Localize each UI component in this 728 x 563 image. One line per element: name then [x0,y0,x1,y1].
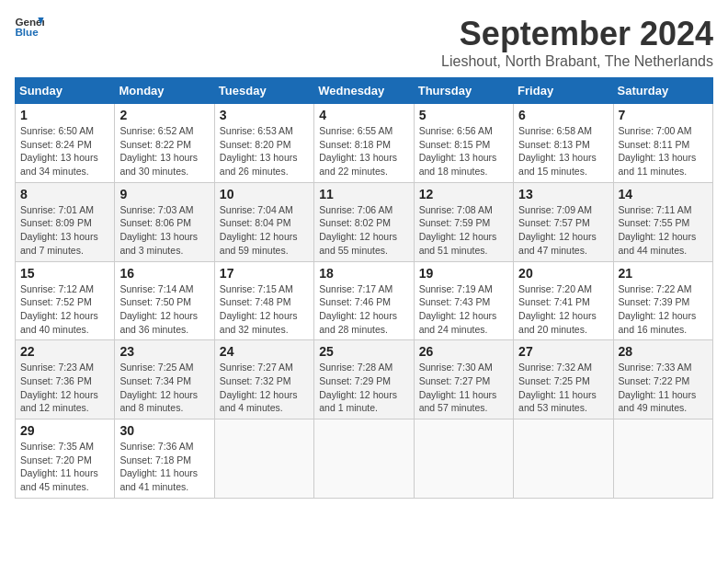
month-title: September 2024 [441,15,713,53]
day-info: Sunrise: 7:14 AMSunset: 7:50 PMDaylight:… [119,282,209,337]
day-info: Sunrise: 6:50 AMSunset: 8:24 PMDaylight:… [20,124,109,178]
calendar-cell: 27Sunrise: 7:32 AMSunset: 7:25 PMDayligh… [514,340,613,419]
day-info: Sunrise: 7:30 AMSunset: 7:27 PMDaylight:… [419,361,508,415]
day-info: Sunrise: 7:03 AMSunset: 8:06 PMDaylight:… [119,203,209,258]
weekday-header-saturday: Saturday [613,78,712,104]
day-number: 22 [20,344,109,359]
calendar-header: SundayMondayTuesdayWednesdayThursdayFrid… [16,78,713,104]
calendar-week-4: 22Sunrise: 7:23 AMSunset: 7:36 PMDayligh… [16,340,713,419]
weekday-header-sunday: Sunday [16,78,115,104]
logo: General Blue [15,15,44,40]
day-number: 4 [319,108,408,122]
day-number: 6 [518,108,608,122]
title-section: September 2024 Lieshout, North Brabant, … [441,15,713,70]
calendar-cell: 3Sunrise: 6:53 AMSunset: 8:20 PMDaylight… [214,104,313,183]
day-info: Sunrise: 6:53 AMSunset: 8:20 PMDaylight:… [220,124,309,178]
calendar-table: SundayMondayTuesdayWednesdayThursdayFrid… [15,77,713,499]
day-info: Sunrise: 7:32 AMSunset: 7:25 PMDaylight:… [518,361,608,415]
calendar-cell: 16Sunrise: 7:14 AMSunset: 7:50 PMDayligh… [115,261,214,340]
calendar-cell: 22Sunrise: 7:23 AMSunset: 7:36 PMDayligh… [16,340,115,419]
calendar-cell: 7Sunrise: 7:00 AMSunset: 8:11 PMDaylight… [613,104,712,183]
day-number: 16 [119,266,209,281]
day-info: Sunrise: 7:19 AMSunset: 7:43 PMDaylight:… [419,282,508,337]
day-info: Sunrise: 7:23 AMSunset: 7:36 PMDaylight:… [20,361,109,415]
calendar-cell: 30Sunrise: 7:36 AMSunset: 7:18 PMDayligh… [115,419,214,499]
calendar-cell: 8Sunrise: 7:01 AMSunset: 8:09 PMDaylight… [16,182,115,261]
day-number: 9 [119,187,209,201]
calendar-body: 1Sunrise: 6:50 AMSunset: 8:24 PMDaylight… [16,104,713,499]
day-number: 13 [518,187,608,201]
calendar-cell: 23Sunrise: 7:25 AMSunset: 7:34 PMDayligh… [115,340,214,419]
day-info: Sunrise: 7:28 AMSunset: 7:29 PMDaylight:… [319,361,408,415]
calendar-cell: 28Sunrise: 7:33 AMSunset: 7:22 PMDayligh… [613,340,712,419]
day-number: 14 [619,187,708,201]
calendar-cell: 20Sunrise: 7:20 AMSunset: 7:41 PMDayligh… [514,261,613,340]
day-info: Sunrise: 6:56 AMSunset: 8:15 PMDaylight:… [419,124,508,178]
weekday-header-wednesday: Wednesday [314,78,414,104]
calendar-cell: 2Sunrise: 6:52 AMSunset: 8:22 PMDaylight… [115,104,214,183]
day-info: Sunrise: 6:58 AMSunset: 8:13 PMDaylight:… [518,124,608,178]
calendar-cell [613,419,712,499]
calendar-cell [314,419,414,499]
day-number: 30 [119,423,209,438]
day-info: Sunrise: 7:01 AMSunset: 8:09 PMDaylight:… [20,203,109,258]
calendar-cell: 6Sunrise: 6:58 AMSunset: 8:13 PMDaylight… [514,104,613,183]
day-info: Sunrise: 7:12 AMSunset: 7:52 PMDaylight:… [20,282,109,337]
day-info: Sunrise: 7:20 AMSunset: 7:41 PMDaylight:… [518,282,608,337]
weekday-header-tuesday: Tuesday [214,78,313,104]
day-number: 24 [220,344,309,359]
day-number: 29 [20,423,109,438]
calendar-cell: 29Sunrise: 7:35 AMSunset: 7:20 PMDayligh… [16,419,115,499]
calendar-week-3: 15Sunrise: 7:12 AMSunset: 7:52 PMDayligh… [16,261,713,340]
day-info: Sunrise: 7:06 AMSunset: 8:02 PMDaylight:… [319,203,408,258]
logo-icon: General Blue [15,15,44,40]
day-info: Sunrise: 7:22 AMSunset: 7:39 PMDaylight:… [619,282,708,337]
svg-text:Blue: Blue [15,26,39,38]
day-info: Sunrise: 7:27 AMSunset: 7:32 PMDaylight:… [220,361,309,415]
weekday-header-thursday: Thursday [414,78,513,104]
day-number: 5 [419,108,508,122]
weekday-header-friday: Friday [514,78,613,104]
calendar-cell [214,419,313,499]
day-info: Sunrise: 7:08 AMSunset: 7:59 PMDaylight:… [419,203,508,258]
day-info: Sunrise: 7:09 AMSunset: 7:57 PMDaylight:… [518,203,608,258]
day-number: 8 [20,187,109,201]
location-title: Lieshout, North Brabant, The Netherlands [441,53,713,70]
header: General Blue September 2024 Lieshout, No… [15,15,713,70]
day-number: 19 [419,266,508,281]
day-number: 28 [619,344,708,359]
calendar-cell [514,419,613,499]
day-info: Sunrise: 7:00 AMSunset: 8:11 PMDaylight:… [619,124,708,178]
day-number: 17 [220,266,309,281]
day-number: 15 [20,266,109,281]
day-info: Sunrise: 7:36 AMSunset: 7:18 PMDaylight:… [119,440,209,494]
day-number: 3 [220,108,309,122]
day-info: Sunrise: 7:25 AMSunset: 7:34 PMDaylight:… [119,361,209,415]
day-number: 25 [319,344,408,359]
weekday-header-monday: Monday [115,78,214,104]
calendar-cell: 9Sunrise: 7:03 AMSunset: 8:06 PMDaylight… [115,182,214,261]
day-number: 23 [119,344,209,359]
day-info: Sunrise: 6:55 AMSunset: 8:18 PMDaylight:… [319,124,408,178]
day-info: Sunrise: 7:17 AMSunset: 7:46 PMDaylight:… [319,282,408,337]
day-number: 10 [220,187,309,201]
calendar-cell: 10Sunrise: 7:04 AMSunset: 8:04 PMDayligh… [214,182,313,261]
day-number: 27 [518,344,608,359]
day-info: Sunrise: 7:15 AMSunset: 7:48 PMDaylight:… [220,282,309,337]
calendar-week-2: 8Sunrise: 7:01 AMSunset: 8:09 PMDaylight… [16,182,713,261]
calendar-cell: 15Sunrise: 7:12 AMSunset: 7:52 PMDayligh… [16,261,115,340]
day-number: 20 [518,266,608,281]
day-number: 26 [419,344,508,359]
day-number: 2 [119,108,209,122]
calendar-cell: 17Sunrise: 7:15 AMSunset: 7:48 PMDayligh… [214,261,313,340]
calendar-cell: 5Sunrise: 6:56 AMSunset: 8:15 PMDaylight… [414,104,513,183]
day-info: Sunrise: 7:04 AMSunset: 8:04 PMDaylight:… [220,203,309,258]
day-number: 1 [20,108,109,122]
day-info: Sunrise: 7:33 AMSunset: 7:22 PMDaylight:… [619,361,708,415]
day-number: 12 [419,187,508,201]
calendar-week-1: 1Sunrise: 6:50 AMSunset: 8:24 PMDaylight… [16,104,713,183]
day-info: Sunrise: 7:11 AMSunset: 7:55 PMDaylight:… [619,203,708,258]
day-info: Sunrise: 6:52 AMSunset: 8:22 PMDaylight:… [119,124,209,178]
day-info: Sunrise: 7:35 AMSunset: 7:20 PMDaylight:… [20,440,109,494]
day-number: 21 [619,266,708,281]
